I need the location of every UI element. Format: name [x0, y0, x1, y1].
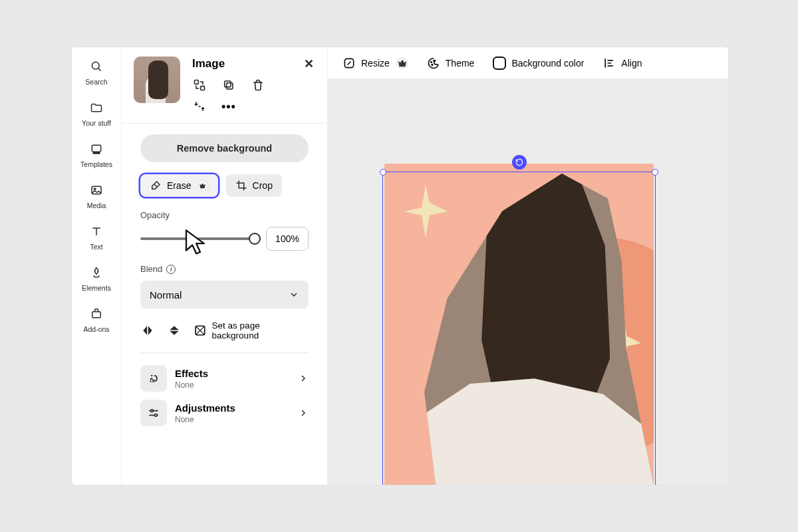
arrange-icon[interactable]	[192, 99, 207, 114]
page-background-icon	[194, 324, 207, 337]
crop-icon	[235, 180, 247, 192]
app-window: Search Your stuff Templates Media Text	[72, 47, 728, 485]
chevron-right-icon	[298, 408, 309, 418]
opacity-label: Opacity	[140, 210, 309, 220]
align-button[interactable]: Align	[602, 57, 642, 70]
sidebar-item-text[interactable]: Text	[89, 224, 104, 251]
set-as-page-background-button[interactable]: Set as page background	[194, 321, 309, 340]
svg-point-5	[94, 188, 96, 190]
folder-icon	[89, 100, 104, 115]
divider	[140, 352, 309, 353]
adjustments-row[interactable]: Adjustments None	[140, 396, 309, 430]
canvas-area[interactable]: Resize Theme Background color Align	[328, 47, 728, 485]
flip-horizontal-icon[interactable]	[140, 323, 155, 338]
left-sidebar: Search Your stuff Templates Media Text	[72, 47, 122, 485]
sidebar-label: Text	[90, 243, 102, 251]
effects-title: Effects	[175, 368, 290, 379]
svg-rect-10	[225, 81, 231, 87]
premium-badge-icon	[396, 57, 408, 69]
svg-point-14	[155, 414, 158, 417]
sidebar-item-addons[interactable]: Add-ons	[83, 307, 109, 333]
blend-value: Normal	[150, 289, 182, 301]
opacity-value-input[interactable]: 100%	[266, 227, 309, 251]
inspector-header: Image ✕	[122, 47, 327, 124]
erase-icon	[150, 180, 162, 192]
sidebar-label: Add-ons	[83, 325, 109, 333]
text-icon	[89, 224, 104, 239]
resize-button[interactable]: Resize	[342, 57, 408, 70]
effects-icon: fx	[140, 365, 167, 392]
sidebar-item-elements[interactable]: Elements	[82, 265, 111, 292]
sparkle-icon	[396, 182, 455, 241]
image-thumbnail[interactable]	[134, 57, 180, 103]
sidebar-label: Media	[87, 201, 106, 209]
erase-button[interactable]: Erase	[140, 174, 218, 197]
svg-point-18	[434, 60, 436, 61]
svg-point-17	[432, 64, 433, 65]
sidebar-item-media[interactable]: Media	[87, 183, 106, 209]
sidebar-item-templates[interactable]: Templates	[80, 142, 112, 168]
svg-rect-7	[195, 80, 199, 84]
effects-sub: None	[175, 380, 290, 390]
replace-icon[interactable]	[192, 78, 207, 92]
search-icon	[89, 59, 104, 74]
more-icon[interactable]: •••	[221, 100, 236, 114]
chevron-down-icon	[289, 289, 299, 300]
chevron-right-icon	[298, 373, 309, 384]
blend-label: Blend i	[140, 264, 309, 274]
sidebar-label: Elements	[82, 284, 111, 292]
opacity-slider[interactable]	[140, 233, 257, 245]
svg-rect-9	[227, 83, 233, 89]
addons-icon	[89, 307, 104, 321]
theme-button[interactable]: Theme	[427, 57, 475, 70]
theme-icon	[427, 57, 440, 70]
svg-rect-4	[92, 186, 101, 194]
color-swatch-icon	[493, 57, 506, 70]
svg-text:fx: fx	[150, 377, 155, 384]
delete-icon[interactable]	[251, 78, 265, 92]
remove-background-button[interactable]: Remove background	[140, 134, 309, 162]
inspector-title: Image	[192, 57, 225, 70]
crop-label: Crop	[253, 180, 273, 191]
sidebar-label: Templates	[80, 160, 112, 168]
canvas-artboard[interactable]	[384, 164, 654, 485]
canvas-topbar: Resize Theme Background color Align	[328, 47, 728, 79]
effects-row[interactable]: fx Effects None	[140, 361, 309, 396]
background-color-button[interactable]: Background color	[493, 57, 584, 70]
adjustments-sub: None	[175, 415, 290, 424]
svg-point-16	[431, 61, 432, 63]
photo-placeholder	[424, 174, 654, 485]
sidebar-item-your-stuff[interactable]: Your stuff	[82, 100, 111, 127]
premium-badge-icon	[197, 180, 209, 192]
inspector-panel: Image ✕	[122, 47, 328, 485]
sidebar-label: Search	[85, 78, 107, 86]
svg-rect-3	[93, 152, 100, 154]
crop-button[interactable]: Crop	[226, 174, 282, 197]
adjustments-title: Adjustments	[175, 402, 290, 414]
blend-mode-select[interactable]: Normal	[140, 281, 309, 309]
media-icon	[89, 183, 104, 198]
inspector-body: Remove background Erase Crop Opacity	[122, 124, 327, 433]
sidebar-item-search[interactable]: Search	[85, 59, 107, 86]
resize-icon	[342, 57, 356, 70]
svg-rect-2	[92, 145, 100, 152]
sidebar-label: Your stuff	[82, 119, 111, 127]
elements-icon	[89, 265, 104, 280]
templates-icon	[89, 142, 104, 156]
align-icon	[602, 57, 616, 70]
flip-vertical-icon[interactable]	[167, 323, 182, 338]
svg-point-13	[151, 410, 154, 412]
svg-point-0	[92, 62, 99, 69]
svg-line-1	[98, 68, 101, 71]
erase-label: Erase	[167, 180, 192, 191]
svg-rect-6	[92, 312, 101, 318]
svg-rect-8	[201, 86, 205, 90]
info-icon[interactable]: i	[166, 265, 176, 274]
close-icon[interactable]: ✕	[304, 57, 314, 71]
duplicate-icon[interactable]	[221, 78, 236, 92]
adjustments-icon	[140, 400, 167, 426]
